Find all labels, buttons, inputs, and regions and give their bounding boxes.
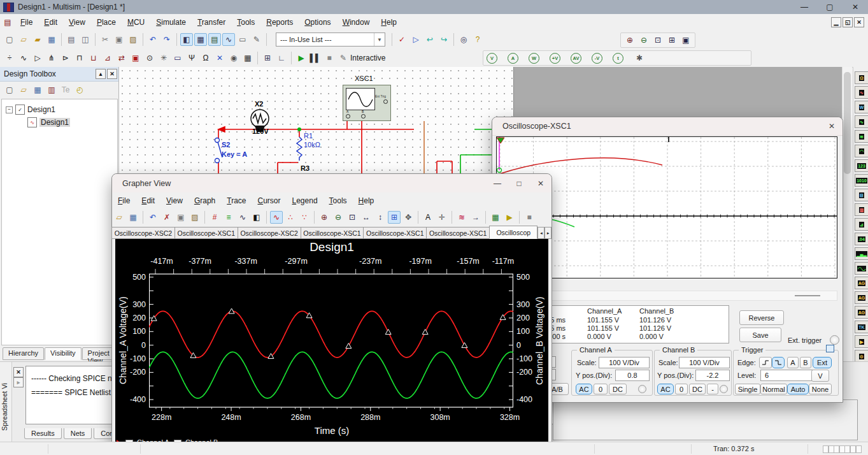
open-icon[interactable]: ▱ xyxy=(113,211,125,224)
place-advanced-peripherals-icon[interactable]: ▭ xyxy=(171,52,184,64)
oscilloscope-xsc1-component[interactable]: Ext Trig A B xyxy=(343,85,391,121)
place-connector-icon[interactable]: ◉ xyxy=(227,52,240,64)
open-samples-icon[interactable]: ▰ xyxy=(31,33,44,46)
menu-edit[interactable]: Edit xyxy=(38,15,63,29)
distortion-analyzer-icon[interactable]: .04 xyxy=(855,233,868,245)
menu-options[interactable]: Options xyxy=(299,15,336,29)
place-ni-component-icon[interactable]: ✕ xyxy=(213,52,226,64)
grapher-titlebar[interactable]: Grapher View — □ ✕ xyxy=(112,174,551,193)
zoom-horizontal-icon[interactable]: ↔ xyxy=(360,211,373,224)
spreadsheet-expand-button[interactable]: ▸ xyxy=(13,377,24,387)
trigger-edge-falling-edge[interactable] xyxy=(772,357,785,368)
toggle-design-toolbox-icon[interactable]: ◧ xyxy=(180,33,193,46)
grapher-menu-view[interactable]: View xyxy=(160,194,189,208)
zoom-auto-icon[interactable]: ⊞ xyxy=(388,211,401,224)
menu-window[interactable]: Window xyxy=(337,15,376,29)
scrollbar-thumb[interactable] xyxy=(844,72,851,174)
graph-properties-icon[interactable]: ∿ xyxy=(236,211,249,224)
export-traces-icon[interactable]: → xyxy=(469,211,482,224)
find-icon[interactable]: ◎ xyxy=(457,33,470,46)
revision-history-icon[interactable]: ◴ xyxy=(73,83,86,96)
frequency-counter-icon[interactable]: 123 xyxy=(855,159,868,172)
paste-icon[interactable]: ▨ xyxy=(127,33,139,46)
new-design-icon[interactable]: ▢ xyxy=(3,83,16,96)
place-mcu-icon[interactable]: ▦ xyxy=(241,52,254,64)
save-icon[interactable]: ▦ xyxy=(45,33,58,46)
logic-analyzer-icon[interactable]: ▥ xyxy=(855,203,868,216)
spreadsheet-close-button[interactable]: ✕ xyxy=(13,367,24,377)
channel-b-coupling-0[interactable]: 0 xyxy=(675,384,688,394)
grapher-menu-edit[interactable]: Edit xyxy=(136,194,160,208)
logic-converter-icon[interactable]: ⊟ xyxy=(855,189,868,201)
place-power-source-icon[interactable]: ⊙ xyxy=(143,52,156,64)
close-button[interactable]: ✕ xyxy=(843,0,868,14)
toggle-grapher-icon[interactable]: ∿ xyxy=(222,33,235,46)
channel-a-coupling-0[interactable]: 0 xyxy=(594,384,608,394)
place-mixed-icon[interactable]: ⇄ xyxy=(115,52,128,64)
copy-icon[interactable]: ▣ xyxy=(113,33,125,46)
mdi-close-button[interactable]: ✕ xyxy=(854,17,864,27)
function-generator-icon[interactable]: ∿ xyxy=(855,86,868,99)
channel-b-coupling-ac[interactable]: AC xyxy=(657,384,674,394)
grapher-menu-help[interactable]: Help xyxy=(353,194,380,208)
full-screen-icon[interactable]: ▣ xyxy=(679,34,692,47)
trigger-mode-auto[interactable]: Auto xyxy=(787,384,809,394)
stop-icon[interactable]: ■ xyxy=(523,211,536,224)
channel-a-ypos-field[interactable]: 0.8 xyxy=(615,370,650,381)
channel-a-coupling-dc[interactable]: DC xyxy=(609,384,627,394)
sheet-properties-icon[interactable]: ▥ xyxy=(45,83,58,96)
probe-power-icon[interactable]: W xyxy=(529,53,539,64)
redo-icon[interactable]: ↷ xyxy=(160,33,173,46)
open-design-icon[interactable]: ▱ xyxy=(17,83,30,96)
channel-b-radio[interactable] xyxy=(720,385,728,393)
hierarchical-block-icon[interactable]: ⊞ xyxy=(261,52,274,64)
export-to-pcb-icon[interactable]: ▷ xyxy=(409,33,422,46)
wattmeter-icon[interactable]: W xyxy=(855,101,868,113)
menu-simulate[interactable]: Simulate xyxy=(150,15,192,29)
zoom-out-icon[interactable]: ⊖ xyxy=(637,34,650,47)
help-icon[interactable]: ? xyxy=(471,33,484,46)
erc-check-icon[interactable]: ✓ xyxy=(395,33,408,46)
canvas-vertical-scrollbar[interactable] xyxy=(842,67,852,361)
save-icon[interactable]: ▦ xyxy=(127,211,139,224)
zoom-area-icon[interactable]: ⊡ xyxy=(651,34,664,47)
trigger-level-unit[interactable]: V xyxy=(811,370,829,382)
word-generator-icon[interactable]: 1010 xyxy=(855,174,868,187)
network-analyzer-icon[interactable]: ◠◡ xyxy=(855,262,868,275)
agilent-multimeter-icon[interactable]: AG xyxy=(855,291,868,304)
probe-current-icon[interactable]: A xyxy=(508,53,518,64)
delete-icon[interactable]: ✗ xyxy=(160,211,173,224)
show-legend-icon[interactable]: ≡ xyxy=(222,211,235,224)
add-text-icon[interactable]: A xyxy=(422,211,434,224)
tab-scroll-right-icon[interactable]: ► xyxy=(544,227,551,239)
place-electromechanical-icon[interactable]: Ω xyxy=(199,52,212,64)
spreadsheet-tab-results[interactable]: Results xyxy=(24,428,62,439)
bode-plotter-icon[interactable]: ◠ xyxy=(855,145,868,157)
in-use-list-combo[interactable]: --- In-Use List --- ▼ xyxy=(276,32,385,47)
place-diode-icon[interactable]: ▷ xyxy=(31,52,44,64)
undo-icon[interactable]: ↶ xyxy=(146,211,159,224)
menu-reports[interactable]: Reports xyxy=(260,15,299,29)
channel-a-radio[interactable] xyxy=(638,385,646,393)
place-cmos-icon[interactable]: ⊔ xyxy=(87,52,100,64)
grapher-tab[interactable]: Oscilloscope-XSC2 xyxy=(238,227,301,239)
run-icon[interactable]: ▶ xyxy=(295,52,308,64)
text-note-icon[interactable]: Te xyxy=(59,83,72,96)
zoom-area-icon[interactable]: ⊡ xyxy=(346,211,359,224)
trigger-edge-a[interactable]: A xyxy=(787,357,799,368)
minimize-button[interactable]: — xyxy=(792,0,817,14)
zoom-fit-icon[interactable]: ⊞ xyxy=(665,34,678,47)
grapher-maximize-icon[interactable]: □ xyxy=(508,175,530,192)
trigger-edge-ext[interactable]: Ext xyxy=(813,357,832,368)
pause-icon[interactable]: ▌▌ xyxy=(309,52,322,64)
maximize-button[interactable]: ▢ xyxy=(817,0,843,14)
print-icon[interactable]: ▤ xyxy=(65,33,78,46)
trigger-level-field[interactable]: 6 xyxy=(760,370,814,381)
grapher-tab[interactable]: Oscilloscope-XSC1 xyxy=(426,227,490,239)
marker-trace-icon[interactable]: ∴ xyxy=(284,211,297,224)
design-toolbox-tab-hierarchy[interactable]: Hierarchy xyxy=(3,347,44,360)
resistor-r1[interactable] xyxy=(297,137,302,161)
place-ttl-icon[interactable]: ⊓ xyxy=(73,52,86,64)
trigger-mode-normal[interactable]: Normal xyxy=(760,384,787,394)
grapher-tab[interactable]: Oscilloscope-XSC1 xyxy=(363,227,427,239)
